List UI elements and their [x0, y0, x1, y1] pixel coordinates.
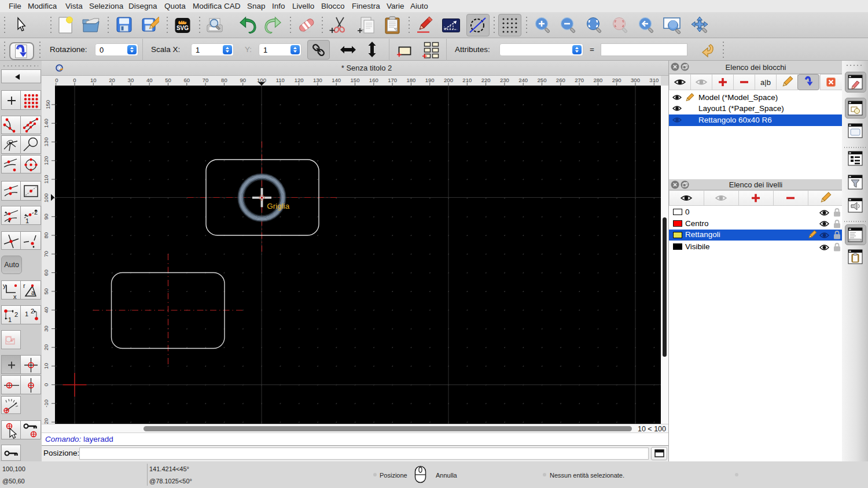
- svg-text:10: 10: [90, 77, 97, 83]
- svg-text:70: 70: [203, 77, 209, 83]
- svg-text:80: 80: [221, 77, 227, 83]
- svg-text:x: x: [13, 293, 17, 300]
- svg-text:130: 130: [313, 77, 322, 83]
- svg-text:160: 160: [369, 77, 378, 83]
- svg-text:70: 70: [43, 251, 49, 257]
- svg-text:50: 50: [165, 77, 171, 83]
- svg-text:60: 60: [184, 77, 190, 83]
- svg-text:100: 100: [257, 77, 266, 83]
- svg-text:260: 260: [556, 77, 565, 83]
- svg-text:SVG: SVG: [176, 25, 189, 31]
- svg-text:2: 2: [31, 308, 34, 315]
- svg-text:80: 80: [43, 232, 49, 239]
- svg-text:a|b: a|b: [760, 78, 771, 87]
- svg-text:a: a: [31, 289, 35, 296]
- svg-text:120: 120: [295, 77, 304, 83]
- svg-text:-20: -20: [43, 418, 49, 424]
- svg-text:100: 100: [43, 193, 49, 202]
- svg-text:r: r: [23, 282, 25, 289]
- svg-text:Griglia: Griglia: [267, 202, 290, 210]
- svg-text:290: 290: [612, 77, 621, 83]
- svg-text:20: 20: [43, 345, 49, 351]
- svg-text:250: 250: [538, 77, 547, 83]
- svg-text:1: 1: [25, 217, 29, 224]
- svg-text:90: 90: [240, 77, 246, 83]
- svg-text:1: 1: [8, 316, 12, 323]
- svg-text:300: 300: [631, 77, 640, 83]
- svg-text:50: 50: [43, 289, 49, 295]
- svg-text:10: 10: [43, 363, 49, 369]
- svg-text:20: 20: [109, 77, 115, 83]
- svg-text:200: 200: [444, 77, 453, 83]
- svg-text:150: 150: [45, 100, 51, 109]
- svg-text:1: 1: [25, 310, 28, 317]
- svg-text:180: 180: [406, 77, 415, 83]
- svg-text:2: 2: [34, 209, 38, 216]
- svg-text:90: 90: [43, 213, 49, 220]
- svg-text:110: 110: [43, 175, 49, 184]
- svg-text:130: 130: [43, 138, 49, 147]
- svg-text:210: 210: [462, 77, 472, 83]
- svg-text:310: 310: [649, 77, 659, 83]
- svg-text:140: 140: [332, 77, 341, 83]
- svg-text:30: 30: [43, 326, 49, 332]
- svg-text:220: 220: [481, 77, 491, 83]
- svg-text:120: 120: [43, 156, 49, 165]
- svg-text:110: 110: [276, 77, 285, 83]
- svg-text:40: 40: [146, 77, 153, 83]
- svg-text:170: 170: [388, 77, 397, 83]
- svg-text:40: 40: [43, 307, 49, 313]
- svg-text:0: 0: [43, 383, 49, 386]
- svg-text:60: 60: [43, 269, 49, 276]
- svg-text:190: 190: [425, 77, 435, 83]
- svg-text:0: 0: [73, 77, 76, 83]
- svg-text:0: 0: [55, 77, 58, 83]
- svg-text:y: y: [3, 282, 6, 289]
- svg-text:280: 280: [593, 77, 602, 83]
- svg-text:240: 240: [518, 77, 528, 83]
- svg-text:-10: -10: [43, 400, 49, 408]
- svg-text:150: 150: [351, 77, 360, 83]
- svg-text:2: 2: [14, 311, 18, 318]
- svg-text:270: 270: [575, 77, 584, 83]
- svg-text:230: 230: [500, 77, 509, 83]
- svg-text:140: 140: [43, 119, 49, 128]
- svg-text:30: 30: [128, 77, 134, 83]
